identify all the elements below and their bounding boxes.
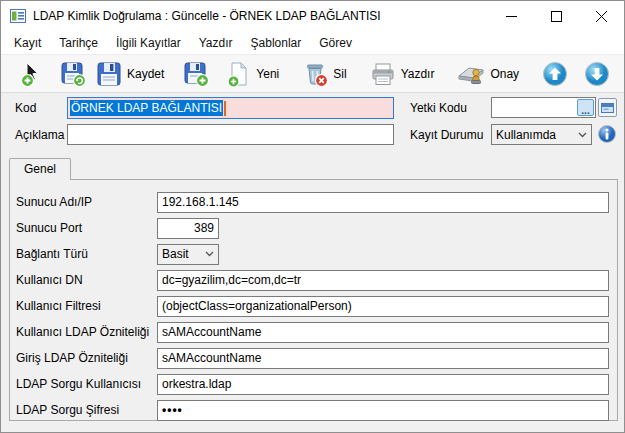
maximize-button[interactable] [534, 1, 579, 31]
kullanici-dn-label: Kullanıcı DN [16, 273, 157, 287]
ellipsis-icon: ... [581, 107, 589, 115]
sunucu-adi-label: Sunucu Adı/IP [16, 195, 157, 209]
menu-ilgili-kayitlar[interactable]: İlgili Kayıtlar [107, 33, 190, 53]
chevron-down-icon [578, 132, 587, 138]
sunucu-adi-input[interactable] [157, 192, 609, 213]
info-icon [597, 124, 617, 144]
save-button-label: Kaydet [127, 67, 164, 81]
mini-window-icon [601, 103, 614, 113]
stamp-approve-icon [456, 60, 486, 88]
save-button[interactable]: Kaydet [91, 57, 168, 91]
aciklama-input[interactable] [67, 124, 394, 145]
record-info-button[interactable] [597, 124, 617, 144]
genel-panel: Sunucu Adı/IP Sunucu Port Bağlantı Türü … [9, 179, 618, 421]
kod-selected-text: ÖRNEK LDAP BAĞLANTISI [70, 100, 223, 116]
tasks-approve-button[interactable] [621, 57, 625, 91]
approve-button-label: Onay [490, 67, 519, 81]
kod-input[interactable]: ÖRNEK LDAP BAĞLANTISI [67, 97, 394, 119]
giris-ldap-ozniteligi-input[interactable] [157, 348, 609, 369]
trash-delete-icon [301, 60, 329, 88]
save-refresh-button[interactable] [55, 57, 91, 91]
ldap-sorgu-sifresi-label: LDAP Sorgu Şifresi [16, 403, 157, 417]
menu-yazdir[interactable]: Yazdır [190, 33, 242, 53]
baglanti-turu-select[interactable]: Basit [157, 244, 219, 265]
ldap-sorgu-kullanicisi-label: LDAP Sorgu Kullanıcısı [16, 377, 157, 391]
yetki-kodu-browse-button[interactable]: ... [577, 99, 594, 116]
menu-gorev[interactable]: Görev [310, 33, 361, 53]
save-add-icon [182, 60, 210, 88]
kayit-durumu-label: Kayıt Durumu [410, 128, 483, 142]
close-button[interactable] [579, 1, 624, 31]
tab-strip: Genel [9, 158, 71, 180]
save-icon [95, 60, 123, 88]
window-title: LDAP Kimlik Doğrulama : Güncelle - ÖRNEK… [33, 9, 381, 23]
new-button[interactable]: Yeni [220, 57, 283, 91]
page-add-icon [224, 60, 252, 88]
arrow-down-icon [583, 60, 611, 88]
chevron-down-icon [205, 251, 214, 257]
aciklama-label: Açıklama [15, 128, 64, 142]
tab-genel[interactable]: Genel [9, 158, 71, 180]
toolbar: Kaydet Yeni [1, 54, 624, 93]
app-window: LDAP Kimlik Doğrulama : Güncelle - ÖRNEK… [0, 0, 625, 433]
app-icon [10, 9, 26, 23]
approve-button[interactable]: Onay [452, 57, 523, 91]
giris-ldap-ozniteligi-label: Giriş LDAP Özniteliği [16, 351, 157, 365]
print-button-label: Yazdır [401, 67, 435, 81]
text-caret [224, 101, 226, 116]
record-header-form: Kod ÖRNEK LDAP BAĞLANTISI Açıklama Yetki… [1, 93, 624, 157]
kullanici-ldap-ozniteligi-label: Kullanıcı LDAP Özniteliği [16, 325, 157, 339]
menu-kayit[interactable]: Kayıt [5, 33, 50, 53]
navigate-down-button[interactable] [579, 57, 615, 91]
kullanici-filtresi-label: Kullanıcı Filtresi [16, 299, 157, 313]
title-bar: LDAP Kimlik Doğrulama : Güncelle - ÖRNEK… [1, 1, 624, 31]
menu-tarihce[interactable]: Tarihçe [50, 33, 107, 53]
ldap-sorgu-sifresi-input[interactable] [157, 400, 609, 421]
new-button-label: Yeni [256, 67, 279, 81]
yetki-kodu-label: Yetki Kodu [410, 101, 467, 115]
sunucu-port-label: Sunucu Port [16, 221, 157, 235]
save-refresh-icon [59, 60, 87, 88]
printer-icon [369, 60, 397, 88]
select-add-button[interactable] [13, 57, 49, 91]
menu-sablonlar[interactable]: Şablonlar [242, 33, 311, 53]
arrow-up-icon [541, 60, 569, 88]
yetki-kodu-detail-button[interactable] [598, 98, 617, 117]
save-new-button[interactable] [178, 57, 214, 91]
menu-bar: Kayıt Tarihçe İlgili Kayıtlar Yazdır Şab… [1, 31, 624, 54]
delete-button[interactable]: Sil [297, 57, 350, 91]
sunucu-port-input[interactable] [157, 218, 219, 239]
baglanti-turu-label: Bağlantı Türü [16, 247, 157, 261]
cursor-add-icon [17, 60, 45, 88]
baglanti-turu-value: Basit [162, 247, 189, 261]
navigate-up-button[interactable] [537, 57, 573, 91]
print-button[interactable]: Yazdır [365, 57, 439, 91]
kod-label: Kod [15, 101, 36, 115]
kayit-durumu-value: Kullanımda [496, 128, 556, 142]
kullanici-dn-input[interactable] [157, 270, 609, 291]
delete-button-label: Sil [333, 67, 346, 81]
minimize-button[interactable] [489, 1, 534, 31]
kayit-durumu-select[interactable]: Kullanımda [491, 124, 592, 145]
kullanici-ldap-ozniteligi-input[interactable] [157, 322, 609, 343]
kullanici-filtresi-input[interactable] [157, 296, 609, 317]
ldap-sorgu-kullanicisi-input[interactable] [157, 374, 609, 395]
